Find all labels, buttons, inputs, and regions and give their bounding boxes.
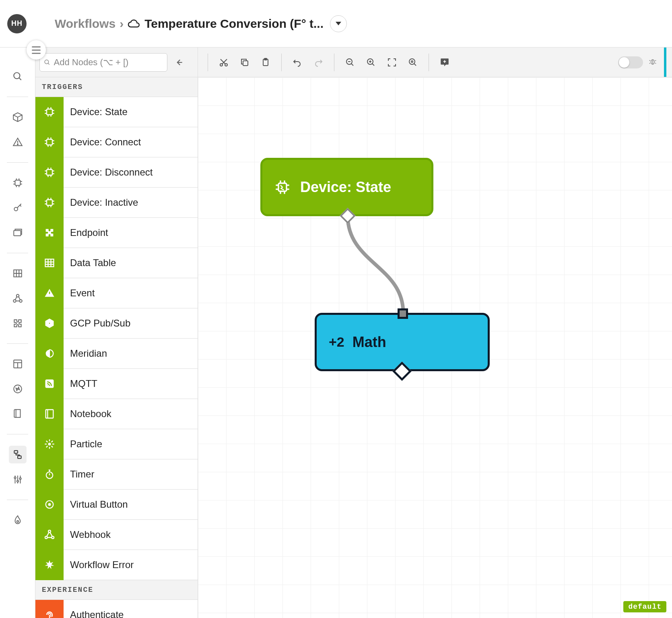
palette-back-button[interactable]	[171, 55, 186, 70]
node-item-label: Meridian	[64, 348, 107, 359]
user-avatar[interactable]: HH	[7, 14, 27, 33]
svg-line-105	[46, 446, 48, 448]
trigger-node-item[interactable]: Event	[35, 278, 198, 308]
trigger-node-item[interactable]: GCP Pub/Sub	[35, 308, 198, 339]
input-connector[interactable]	[398, 308, 408, 319]
chip-icon[interactable]	[9, 174, 27, 192]
add-note-button[interactable]	[435, 53, 454, 72]
node-item-label: Authenticate	[64, 609, 124, 618]
chip-icon	[35, 97, 64, 127]
paste-button[interactable]	[256, 53, 275, 72]
svg-rect-43	[47, 109, 52, 115]
svg-point-23	[13, 300, 16, 302]
rss-icon	[35, 369, 64, 399]
undo-button[interactable]	[288, 53, 307, 72]
webhook-icon[interactable]	[9, 289, 27, 307]
svg-marker-29	[16, 387, 19, 391]
node-device-state[interactable]: Device: State	[260, 158, 433, 216]
svg-point-36	[14, 477, 16, 479]
svg-line-128	[372, 64, 374, 66]
workflow-dropdown[interactable]	[330, 15, 347, 32]
key-icon[interactable]	[9, 199, 27, 217]
rail-divider	[7, 500, 28, 500]
trigger-node-item[interactable]: Device: Inactive	[35, 188, 198, 218]
svg-rect-70	[47, 200, 52, 205]
svg-point-89	[47, 321, 48, 322]
left-nav-rail	[0, 48, 35, 618]
node-item-label: MQTT	[64, 378, 97, 389]
zoom-reset-button[interactable]	[404, 53, 422, 72]
trigger-node-item[interactable]: Notebook	[35, 399, 198, 429]
add-nodes-search[interactable]	[39, 53, 167, 72]
copy-button[interactable]	[235, 53, 254, 72]
hamburger-menu[interactable]	[27, 40, 46, 60]
svg-rect-94	[45, 380, 54, 388]
app-header: HH Workflows › Temperature Conversion (F…	[0, 0, 672, 48]
zoom-out-button[interactable]	[341, 53, 359, 72]
cut-button[interactable]	[214, 53, 233, 72]
trigger-node-item[interactable]: Timer	[35, 459, 198, 490]
svg-rect-79	[45, 259, 54, 267]
svg-line-139	[655, 60, 656, 61]
svg-line-1	[19, 78, 21, 80]
bug-icon	[649, 58, 657, 67]
table-icon[interactable]	[9, 265, 27, 282]
zoom-in-button[interactable]	[362, 53, 380, 72]
workflow-canvas[interactable]: Device: State +2 Math default	[198, 77, 672, 618]
node-list[interactable]: TRIGGERS Device: StateDevice: ConnectDev…	[35, 77, 198, 618]
fingerprint-icon	[35, 600, 64, 618]
burst-icon	[35, 550, 64, 580]
breadcrumb-root[interactable]: Workflows	[55, 17, 115, 31]
puzzle-icon[interactable]	[9, 314, 27, 332]
triangle-icon	[35, 278, 64, 308]
search-icon	[44, 59, 51, 66]
warning-icon[interactable]	[9, 133, 27, 151]
trigger-node-item[interactable]: Workflow Error	[35, 550, 198, 580]
workflows-nav-icon[interactable]	[9, 446, 27, 463]
rail-divider	[7, 162, 28, 163]
trigger-node-item[interactable]: Device: Connect	[35, 127, 198, 157]
cloud-icon	[128, 19, 140, 29]
svg-line-140	[649, 63, 651, 64]
fit-button[interactable]	[383, 53, 401, 72]
experience-node-item[interactable]: Authenticate	[35, 600, 198, 618]
rail-divider	[7, 97, 28, 97]
trigger-node-item[interactable]: Particle	[35, 429, 198, 459]
svg-point-37	[16, 480, 18, 482]
svg-point-86	[49, 295, 50, 296]
trigger-node-item[interactable]: MQTT	[35, 369, 198, 399]
breadcrumb: Workflows › Temperature Conversion (F° t…	[55, 15, 347, 32]
hex-icon	[35, 308, 64, 339]
node-label: Math	[352, 334, 386, 351]
rail-divider	[7, 253, 28, 253]
trigger-node-item[interactable]: Endpoint	[35, 218, 198, 248]
svg-point-98	[48, 443, 51, 446]
search-nav-icon[interactable]	[9, 68, 27, 85]
svg-point-6	[17, 144, 18, 145]
cards-icon[interactable]	[9, 224, 27, 242]
compass-icon[interactable]	[9, 380, 27, 398]
trigger-node-item[interactable]: Meridian	[35, 339, 198, 369]
trigger-node-item[interactable]: Data Table	[35, 248, 198, 278]
trigger-node-item[interactable]: Device: State	[35, 97, 198, 127]
node-item-label: Virtual Button	[64, 499, 128, 510]
trigger-node-item[interactable]: Device: Disconnect	[35, 157, 198, 188]
chip-broken-icon	[274, 179, 291, 195]
cube-icon[interactable]	[9, 108, 27, 126]
trigger-node-item[interactable]: Webhook	[35, 520, 198, 550]
trigger-node-item[interactable]: Virtual Button	[35, 490, 198, 520]
svg-line-41	[48, 63, 49, 64]
svg-rect-121	[243, 61, 248, 66]
dashboard-icon[interactable]	[9, 355, 27, 373]
search-input[interactable]	[54, 57, 163, 68]
default-version-badge[interactable]: default	[623, 601, 666, 612]
svg-rect-52	[47, 139, 52, 145]
workflow-title[interactable]: Temperature Conversion (F° t...	[144, 17, 324, 31]
book-icon[interactable]	[9, 405, 27, 423]
node-item-label: Data Table	[64, 257, 116, 269]
fire-icon[interactable]	[9, 511, 27, 529]
debug-toggle[interactable]	[618, 56, 643, 68]
sliders-icon[interactable]	[9, 471, 27, 488]
svg-rect-61	[47, 169, 52, 175]
svg-point-40	[45, 60, 49, 64]
